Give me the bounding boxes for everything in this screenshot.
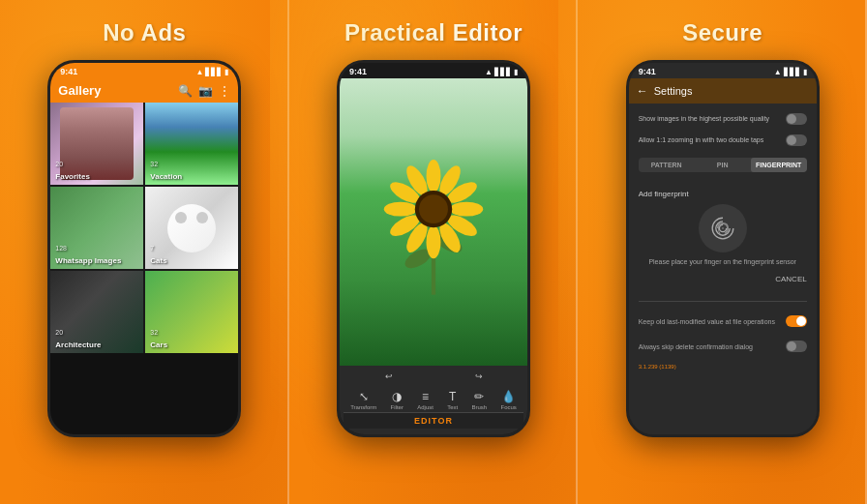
battery-icon-3: ▮	[803, 68, 807, 76]
album-count-architecture: 20	[55, 329, 63, 349]
pin-tab[interactable]: PIN	[695, 158, 751, 172]
setting-delete-row: Always skip delete confirmation dialog	[639, 337, 807, 356]
setting-file-ops-toggle[interactable]	[786, 315, 807, 327]
signal-icon-2: ▋▋▋	[494, 68, 512, 76]
pattern-tab[interactable]: PATTERN	[639, 158, 695, 172]
setting-file-ops-row: Keep old last-modified value at file ope…	[639, 311, 807, 331]
editor-screen: 9:41 ▲ ▋▋▋ ▮	[340, 63, 527, 434]
wifi-icon-3: ▲	[774, 68, 782, 76]
filter-tool[interactable]: ◑ Filter	[391, 390, 404, 410]
gallery-item-architecture[interactable]: Architecture 20	[50, 271, 143, 353]
status-bar-2: 9:41 ▲ ▋▋▋ ▮	[340, 63, 527, 78]
gallery-phone: 9:41 ▲ ▋▋▋ ▮ Gallery 🔍 📷 ⋮ Favorite	[47, 60, 241, 437]
svg-point-16	[419, 194, 448, 223]
editor-tab-label: EDITOR	[414, 416, 453, 426]
fingerprint-tab[interactable]: FINGERPRINT	[751, 158, 807, 172]
undo-icon[interactable]: ↩	[385, 371, 393, 381]
status-icons-1: ▲ ▋▋▋ ▮	[195, 68, 228, 76]
no-ads-title: No Ads	[103, 19, 186, 46]
secure-title: Secure	[682, 19, 762, 46]
battery-icon: ▮	[224, 68, 228, 76]
secure-panel: Secure 9:41 ▲ ▋▋▋ ▮ ← Settings Show	[578, 0, 867, 504]
gallery-app-bar: Gallery 🔍 📷 ⋮	[50, 78, 238, 103]
gallery-action-icons: 🔍 📷 ⋮	[178, 84, 230, 98]
signal-icon-3: ▋▋▋	[784, 68, 801, 76]
status-icons-3: ▲ ▋▋▋ ▮	[774, 68, 807, 76]
editor-undo-redo: ↩ ↪	[344, 371, 523, 381]
sunflower-svg	[375, 145, 492, 300]
gallery-item-whatsapp[interactable]: Whatsapp Images 128	[50, 187, 143, 269]
svg-point-9	[427, 225, 441, 258]
editor-title: Practical Editor	[344, 19, 523, 46]
battery-icon-2: ▮	[514, 68, 518, 76]
setting-quality-toggle[interactable]	[786, 113, 807, 125]
album-count-favorites: 20	[55, 161, 63, 181]
gallery-item-vacation[interactable]: Vacation 32	[145, 103, 238, 185]
version-text: 3.1.239 (1139)	[639, 364, 807, 370]
setting-quality-row: Show images in the highest possible qual…	[639, 111, 807, 127]
svg-point-3	[427, 159, 441, 192]
auth-tabs: PATTERN PIN FINGERPRINT	[639, 158, 807, 172]
album-count-vacation: 32	[150, 161, 158, 181]
settings-app-bar: ← Settings	[629, 78, 817, 104]
sunflower-image	[340, 78, 527, 366]
gallery-title: Gallery	[58, 83, 172, 98]
fingerprint-icon-container	[699, 204, 747, 252]
editor-tab-bar: EDITOR	[344, 412, 523, 429]
status-bar-1: 9:41 ▲ ▋▋▋ ▮	[50, 63, 238, 78]
brush-tool[interactable]: ✏ Brush	[472, 390, 488, 410]
setting-zoom-row: Allow 1:1 zooming in with two double tap…	[639, 133, 807, 148]
camera-icon[interactable]: 📷	[198, 84, 213, 98]
setting-delete-text: Always skip delete confirmation dialog	[639, 343, 786, 350]
adjust-tool[interactable]: ≡ Adjust	[417, 390, 434, 410]
editor-image-area	[340, 78, 527, 366]
gallery-grid: Favorites 20 Vacation 32 Whatsapp Images…	[50, 103, 238, 353]
settings-title: Settings	[654, 85, 693, 97]
setting-quality-text: Show images in the highest possible qual…	[639, 114, 774, 123]
wifi-icon-2: ▲	[485, 68, 493, 76]
transform-tool[interactable]: ⤡ Transform	[350, 390, 376, 410]
album-count-cats: 7	[150, 245, 154, 265]
fingerprint-hint-text: Please place your finger on the fingerpr…	[648, 258, 796, 265]
time-1: 9:41	[60, 67, 77, 76]
no-ads-panel: No Ads 9:41 ▲ ▋▋▋ ▮ Gallery 🔍 📷 ⋮	[0, 0, 289, 504]
gallery-item-cars[interactable]: Cars 32	[145, 271, 238, 353]
editor-controls: ↩ ↪ ⤡ Transform ◑ Filter ≡ Adjust	[340, 366, 527, 434]
secure-phone: 9:41 ▲ ▋▋▋ ▮ ← Settings Show images in t…	[626, 60, 820, 437]
fingerprint-icon	[705, 211, 740, 246]
setting-zoom-text: Allow 1:1 zooming in with two double tap…	[639, 135, 774, 144]
gallery-item-cats[interactable]: Cats 7	[145, 187, 238, 269]
svg-point-12	[384, 201, 417, 216]
settings-content: Show images in the highest possible qual…	[629, 104, 817, 434]
text-tool[interactable]: T Text	[447, 390, 458, 410]
setting-zoom-toggle[interactable]	[786, 134, 807, 146]
svg-point-6	[450, 201, 483, 216]
editor-tool-icons: ⤡ Transform ◑ Filter ≡ Adjust T Text	[344, 386, 523, 412]
back-icon[interactable]: ←	[637, 84, 648, 98]
editor-panel: Practical Editor 9:41 ▲ ▋▋▋ ▮	[289, 0, 579, 504]
album-count-cars: 32	[150, 329, 158, 349]
add-fingerprint-label: Add fingerprint	[639, 190, 689, 198]
settings-divider	[639, 301, 807, 302]
setting-delete-toggle[interactable]	[786, 341, 807, 352]
secure-screen: 9:41 ▲ ▋▋▋ ▮ ← Settings Show images in t…	[629, 63, 817, 434]
fingerprint-section: Add fingerprint Please place your finger…	[639, 182, 807, 291]
album-count-whatsapp: 128	[55, 245, 67, 265]
focus-tool[interactable]: 💧 Focus	[500, 390, 516, 410]
wifi-icon: ▲	[195, 68, 203, 76]
more-icon[interactable]: ⋮	[219, 84, 230, 98]
cancel-button[interactable]: CANCEL	[775, 275, 806, 283]
status-icons-2: ▲ ▋▋▋ ▮	[485, 68, 518, 76]
gallery-item-favorites[interactable]: Favorites 20	[50, 103, 143, 185]
status-bar-3: 9:41 ▲ ▋▋▋ ▮	[629, 63, 817, 78]
redo-icon[interactable]: ↪	[475, 371, 483, 381]
time-3: 9:41	[639, 67, 656, 76]
search-icon[interactable]: 🔍	[178, 84, 193, 98]
signal-icon: ▋▋▋	[205, 68, 223, 76]
time-2: 9:41	[349, 67, 367, 76]
setting-file-ops-text: Keep old last-modified value at file ope…	[639, 318, 786, 325]
editor-phone: 9:41 ▲ ▋▋▋ ▮	[337, 60, 530, 437]
